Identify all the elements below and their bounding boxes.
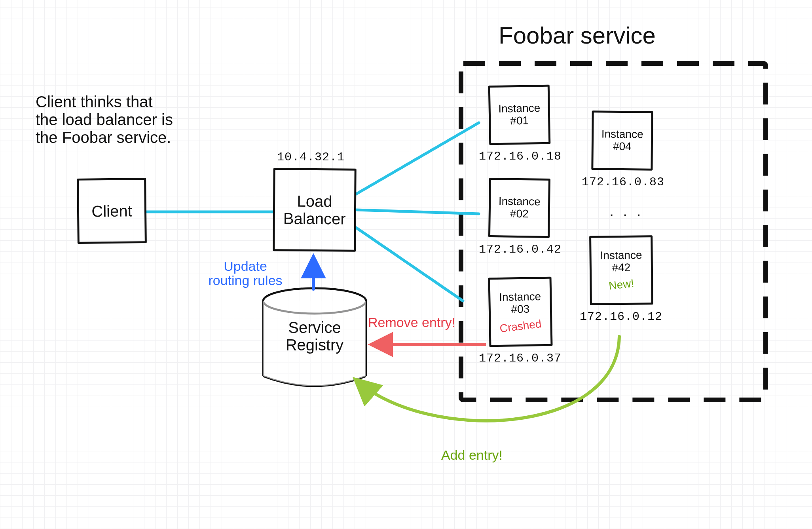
instance-42-status: New! (608, 277, 635, 292)
instance-02-box: Instance #02 (488, 178, 550, 238)
instance-02-name2: #02 (510, 208, 529, 220)
instances-ellipsis: . . . (609, 202, 643, 220)
service-title: Foobar service (499, 22, 656, 49)
instance-01-ip: 172.16.0.18 (479, 150, 562, 163)
update-routing-label: Update routing rules (196, 259, 295, 287)
instance-04-ip: 172.16.0.83 (582, 175, 664, 189)
instance-01-name1: Instance (498, 102, 540, 115)
instance-03-name1: Instance (499, 291, 541, 304)
instance-42-box: Instance #42 New! (589, 235, 653, 305)
edge-lb-inst03 (356, 228, 463, 301)
caption: Client thinks that the load balancer is … (36, 93, 257, 147)
registry-label-2: Registry (286, 336, 344, 354)
update-routing-1: Update (196, 259, 295, 274)
instance-04-name1: Instance (601, 128, 643, 141)
caption-line3: the Foobar service. (36, 129, 257, 147)
client-box: Client (77, 178, 147, 244)
instance-42-name2: #42 (612, 262, 630, 274)
connectors-layer (0, 0, 812, 529)
caption-line2: the load balancer is (36, 111, 257, 129)
add-entry-label: Add entry! (441, 447, 503, 463)
instance-01-box: Instance #01 (488, 85, 551, 145)
lb-label-2: Balancer (283, 209, 346, 227)
edge-lb-inst01 (356, 123, 479, 194)
update-routing-2: routing rules (196, 274, 295, 288)
instance-02-name1: Instance (499, 195, 541, 208)
instance-03-box: Instance #03 Crashed (488, 277, 552, 347)
instance-04-name2: #04 (613, 141, 632, 153)
service-registry-label: Service Registry (277, 319, 352, 354)
instance-03-status: Crashed (499, 318, 542, 335)
lb-ip: 10.4.32.1 (277, 150, 345, 164)
instance-01-name2: #01 (510, 115, 529, 127)
instance-04-box: Instance #04 (591, 110, 653, 170)
instance-03-name2: #03 (511, 303, 529, 316)
instance-03-ip: 172.16.0.37 (479, 352, 562, 365)
registry-label-1: Service (288, 319, 341, 336)
instance-02-ip: 172.16.0.42 (479, 243, 562, 256)
instance-42-ip: 172.16.0.12 (580, 310, 662, 323)
client-label: Client (91, 202, 132, 220)
arrow-add-entry (356, 337, 619, 421)
caption-line1: Client thinks that (36, 93, 257, 111)
edge-lb-inst02 (356, 210, 479, 214)
svg-point-0 (263, 288, 366, 314)
remove-entry-label: Remove entry! (368, 315, 455, 330)
instance-42-name1: Instance (600, 249, 642, 262)
load-balancer-box: Load Balancer (273, 168, 356, 251)
lb-label-1: Load (297, 192, 332, 210)
